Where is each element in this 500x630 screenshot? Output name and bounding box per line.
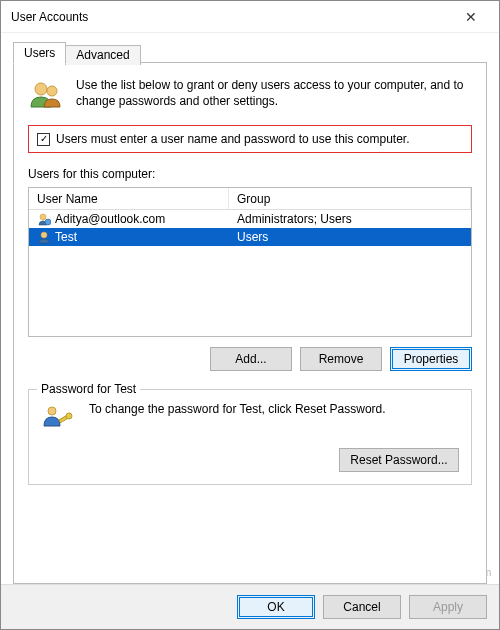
require-password-row[interactable]: ✓ Users must enter a user name and passw… bbox=[28, 125, 472, 153]
titlebar: User Accounts ✕ bbox=[1, 1, 499, 33]
password-text: To change the password for Test, click R… bbox=[89, 402, 459, 416]
close-icon: ✕ bbox=[465, 9, 477, 25]
tab-label: Users bbox=[24, 46, 55, 60]
cell-group: Users bbox=[229, 228, 471, 246]
users-icon bbox=[28, 77, 64, 113]
table-row[interactable]: Aditya@outlook.com Administrators; Users bbox=[29, 210, 471, 228]
cell-username: Test bbox=[29, 228, 229, 246]
password-button-row: Reset Password... bbox=[41, 448, 459, 472]
svg-point-7 bbox=[66, 413, 72, 419]
check-icon: ✓ bbox=[40, 134, 48, 144]
tab-users[interactable]: Users bbox=[13, 42, 66, 64]
username-text: Test bbox=[55, 230, 77, 244]
svg-point-4 bbox=[41, 232, 47, 238]
dialog-footer: OK Cancel Apply bbox=[1, 584, 499, 629]
table-row[interactable]: Test Users bbox=[29, 228, 471, 246]
intro-row: Use the list below to grant or deny user… bbox=[28, 77, 472, 113]
cell-group: Administrators; Users bbox=[229, 210, 471, 228]
add-button[interactable]: Add... bbox=[210, 347, 292, 371]
properties-button[interactable]: Properties bbox=[390, 347, 472, 371]
remove-button[interactable]: Remove bbox=[300, 347, 382, 371]
require-password-label: Users must enter a user name and passwor… bbox=[56, 132, 410, 146]
apply-button[interactable]: Apply bbox=[409, 595, 487, 619]
username-text: Aditya@outlook.com bbox=[55, 212, 165, 226]
password-groupbox: Password for Test To change the password… bbox=[28, 389, 472, 485]
cell-username: Aditya@outlook.com bbox=[29, 210, 229, 228]
svg-point-3 bbox=[45, 219, 51, 225]
intro-text: Use the list below to grant or deny user… bbox=[76, 77, 472, 109]
require-password-checkbox[interactable]: ✓ bbox=[37, 133, 50, 146]
ok-button[interactable]: OK bbox=[237, 595, 315, 619]
password-group-title: Password for Test bbox=[37, 382, 140, 396]
tab-label: Advanced bbox=[76, 48, 129, 62]
user-icon bbox=[37, 212, 51, 226]
listview-header: User Name Group bbox=[29, 188, 471, 210]
column-header-group[interactable]: Group bbox=[229, 188, 471, 209]
svg-point-1 bbox=[47, 86, 57, 96]
user-accounts-window: User Accounts ✕ Users Advanced bbox=[0, 0, 500, 630]
content-area: Users Advanced Use the list below to gra… bbox=[1, 33, 499, 584]
close-button[interactable]: ✕ bbox=[451, 1, 491, 32]
column-header-username[interactable]: User Name bbox=[29, 188, 229, 209]
svg-point-0 bbox=[35, 83, 47, 95]
user-icon bbox=[37, 230, 51, 244]
window-title: User Accounts bbox=[11, 10, 451, 24]
users-listview[interactable]: User Name Group Aditya@outlook.com bbox=[28, 187, 472, 337]
tab-advanced[interactable]: Advanced bbox=[65, 45, 140, 65]
users-panel: Use the list below to grant or deny user… bbox=[13, 62, 487, 584]
tab-strip: Users Advanced bbox=[13, 41, 487, 63]
list-buttons: Add... Remove Properties bbox=[28, 347, 472, 371]
password-row: To change the password for Test, click R… bbox=[41, 402, 459, 436]
reset-password-button[interactable]: Reset Password... bbox=[339, 448, 459, 472]
svg-point-2 bbox=[40, 214, 46, 220]
svg-point-5 bbox=[48, 407, 56, 415]
cancel-button[interactable]: Cancel bbox=[323, 595, 401, 619]
users-list-label: Users for this computer: bbox=[28, 167, 472, 181]
key-icon bbox=[41, 402, 75, 436]
